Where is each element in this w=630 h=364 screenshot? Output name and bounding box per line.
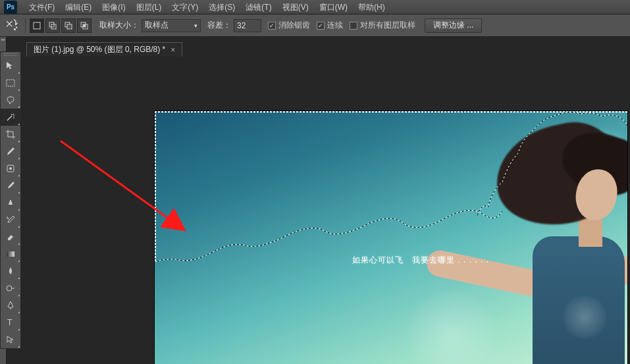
menu-select[interactable]: 选择(S) [203, 0, 240, 14]
svg-rect-6 [67, 24, 72, 29]
type-tool[interactable]: T [1, 314, 20, 331]
selection-mode-add[interactable] [45, 18, 60, 33]
path-selection-tool[interactable] [1, 331, 20, 348]
brush-tool[interactable] [1, 177, 20, 194]
selection-marquee [471, 111, 628, 281]
close-tab-icon[interactable]: × [171, 45, 175, 55]
sample-size-label: 取样大小： [99, 20, 139, 31]
menu-help[interactable]: 帮助(H) [353, 0, 390, 14]
selection-marquee [154, 197, 502, 276]
canvas-area: 如果心可以飞 我要去哪里 . . . . . . [22, 58, 630, 364]
selection-mode-subtract[interactable] [61, 18, 76, 33]
selection-mode-new[interactable] [30, 18, 44, 33]
document-tab[interactable]: 图片 (1).jpg @ 50% (图层 0, RGB/8) * × [26, 42, 182, 57]
document-tab-title: 图片 (1).jpg @ 50% (图层 0, RGB/8) * [34, 44, 165, 55]
move-tool[interactable] [1, 57, 20, 74]
menu-image[interactable]: 图像(I) [97, 0, 130, 14]
eraser-tool[interactable] [1, 228, 20, 246]
toolbox: T [0, 51, 21, 349]
svg-point-11 [13, 117, 14, 118]
pen-tool[interactable] [1, 297, 20, 314]
menu-type[interactable]: 文字(Y) [167, 0, 203, 14]
all-layers-label: 对所有图层取样 [360, 20, 415, 31]
checkbox-icon: ✓ [268, 22, 276, 30]
contiguous-label: 连续 [327, 20, 343, 31]
toolbox-grip[interactable] [1, 52, 20, 57]
svg-text:T: T [7, 318, 13, 327]
document-canvas[interactable]: 如果心可以飞 我要去哪里 . . . . . . [154, 111, 628, 364]
spot-healing-brush-tool[interactable] [1, 160, 20, 177]
antialias-label: 消除锯齿 [278, 20, 310, 31]
all-layers-checkbox[interactable]: 对所有图层取样 [350, 20, 415, 31]
checkbox-icon: ✓ [317, 22, 325, 30]
current-tool-icon [4, 18, 18, 33]
gradient-tool[interactable] [1, 246, 20, 263]
rectangular-marquee-tool[interactable] [1, 74, 20, 91]
svg-rect-10 [7, 80, 14, 86]
magic-wand-tool[interactable] [1, 109, 20, 126]
tolerance-label: 容差： [207, 20, 231, 31]
refine-edge-button[interactable]: 调整边缘 ... [425, 18, 482, 33]
options-bar: 取样大小： 取样点 ▾ 容差： 32 ✓ 消除锯齿 ✓ 连续 对所有图层取样 调… [0, 14, 630, 37]
eyedropper-tool[interactable] [1, 143, 20, 160]
svg-rect-14 [7, 251, 14, 257]
checkbox-icon [350, 22, 357, 30]
svg-point-1 [16, 26, 17, 28]
crop-tool[interactable] [1, 126, 20, 143]
menu-edit[interactable]: 编辑(E) [60, 0, 97, 14]
antialias-checkbox[interactable]: ✓ 消除锯齿 [268, 20, 310, 31]
sample-size-select[interactable]: 取样点 ▾ [142, 19, 201, 32]
lasso-tool[interactable] [1, 91, 20, 109]
menu-view[interactable]: 视图(V) [277, 0, 314, 14]
svg-point-15 [7, 286, 12, 291]
menu-filter[interactable]: 滤镜(T) [240, 0, 276, 14]
app-logo: Ps [4, 1, 17, 14]
dropdown-arrow-icon: ▾ [194, 22, 197, 29]
blur-tool[interactable] [1, 263, 20, 280]
svg-rect-2 [34, 22, 40, 29]
history-brush-tool[interactable] [1, 211, 20, 228]
document-tab-bar: 图片 (1).jpg @ 50% (图层 0, RGB/8) * × [22, 41, 182, 58]
svg-point-13 [9, 167, 12, 170]
bokeh-decoration [562, 294, 608, 340]
svg-rect-9 [83, 24, 86, 27]
svg-point-0 [14, 28, 16, 30]
contiguous-checkbox[interactable]: ✓ 连续 [317, 20, 343, 31]
menu-file[interactable]: 文件(F) [24, 0, 60, 14]
tolerance-input[interactable]: 32 [234, 19, 261, 32]
sample-size-value: 取样点 [145, 20, 169, 31]
selection-mode-intersect[interactable] [77, 18, 92, 33]
menu-window[interactable]: 窗口(W) [314, 0, 353, 14]
dodge-tool[interactable] [1, 280, 20, 297]
clone-stamp-tool[interactable] [1, 194, 20, 211]
menu-bar: Ps 文件(F) 编辑(E) 图像(I) 图层(L) 文字(Y) 选择(S) 滤… [0, 0, 630, 14]
menu-layer[interactable]: 图层(L) [131, 0, 167, 14]
